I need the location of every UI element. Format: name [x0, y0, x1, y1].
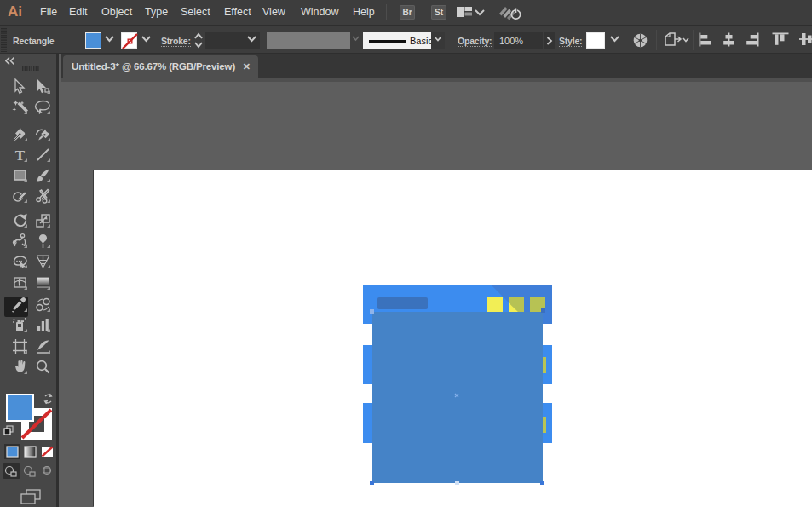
- svg-text:T: T: [15, 147, 26, 164]
